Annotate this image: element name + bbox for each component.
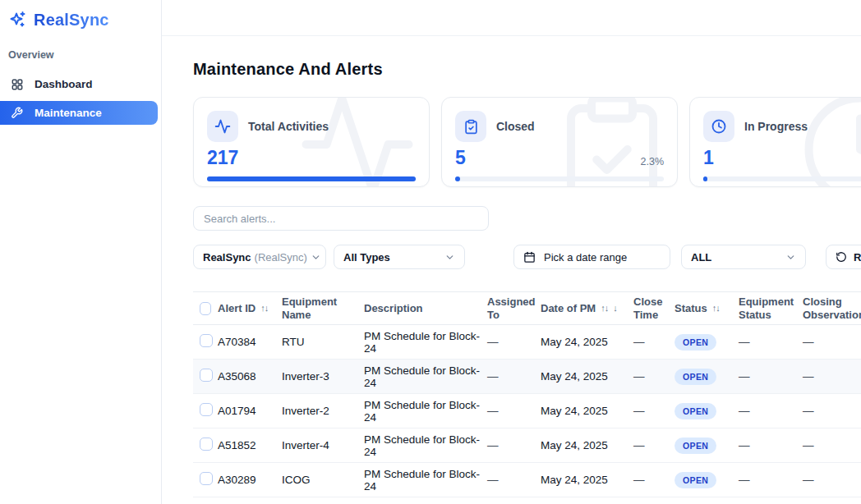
status-badge: OPEN xyxy=(675,403,716,419)
card-label: In Progress xyxy=(744,120,808,133)
reset-button[interactable]: Reset xyxy=(826,245,861,269)
cell-description: PM Schedule for Block-24 xyxy=(364,399,487,424)
card-label: Total Activities xyxy=(248,120,329,133)
select-all-checkbox[interactable] xyxy=(200,302,211,315)
cell-description: PM Schedule for Block-24 xyxy=(364,330,487,355)
cell-assigned-to: — xyxy=(487,439,541,451)
cell-equipment-name: Inverter-4 xyxy=(282,439,364,451)
progress-fill xyxy=(207,176,416,181)
sidebar-item-maintenance[interactable]: Maintenance xyxy=(0,101,158,125)
table-row[interactable]: A30289 ICOG PM Schedule for Block-24 — M… xyxy=(193,463,861,497)
card-total-activities: Total Activities 217 xyxy=(193,97,430,187)
row-checkbox[interactable] xyxy=(200,472,213,485)
card-value: 5 xyxy=(455,149,466,167)
brand: RealSync xyxy=(0,0,161,31)
col-assigned-to: Assigned To xyxy=(487,296,541,321)
col-label: Close Time xyxy=(633,296,668,321)
cell-equipment-name: ICOG xyxy=(282,474,364,486)
chevron-down-icon xyxy=(785,252,796,263)
stat-cards: Total Activities 217 xyxy=(193,97,861,187)
progress-track xyxy=(455,176,664,181)
card-value: 1 xyxy=(703,149,714,167)
cell-alert-id: A30289 xyxy=(218,474,282,486)
col-label: Equipment Name xyxy=(282,296,357,321)
cell-alert-id: A35068 xyxy=(218,370,282,383)
main-area: Maintenance And Alerts Total Activities xyxy=(162,0,861,497)
cell-closing-observation: — xyxy=(803,439,861,451)
card-value: 217 xyxy=(207,149,238,167)
sort-icon[interactable]: ↑↓ xyxy=(601,303,608,314)
cell-close-time: — xyxy=(633,405,675,417)
cell-equipment-status: — xyxy=(739,370,803,383)
table-body: A70384 RTU PM Schedule for Block-24 — Ma… xyxy=(193,325,861,497)
chevron-down-icon xyxy=(444,252,455,263)
col-label: Assigned To xyxy=(487,296,536,321)
cell-description: PM Schedule for Block-24 xyxy=(364,468,487,493)
cell-equipment-name: Inverter-3 xyxy=(282,370,364,383)
card-label: Closed xyxy=(496,120,535,133)
status-select-value: ALL xyxy=(691,251,711,263)
clock-icon xyxy=(703,111,734,142)
clipboard-check-icon xyxy=(455,111,486,142)
table-row[interactable]: A01794 Inverter-2 PM Schedule for Block-… xyxy=(193,394,861,428)
row-checkbox-cell xyxy=(193,438,218,453)
table-row[interactable]: A35068 Inverter-3 PM Schedule for Block-… xyxy=(193,360,861,394)
chevron-down-icon xyxy=(311,252,321,263)
status-badge: OPEN xyxy=(675,369,716,385)
sort-icon[interactable]: ↑↓ xyxy=(712,303,720,314)
table-header-row: Alert ID ↑↓ Equipment Name Description A… xyxy=(193,291,861,325)
status-badge: OPEN xyxy=(675,472,716,488)
wrench-icon xyxy=(11,107,24,119)
row-checkbox[interactable] xyxy=(200,403,213,416)
card-closed: Closed 5 2.3% xyxy=(441,97,678,187)
table-row[interactable]: A51852 Inverter-4 PM Schedule for Block-… xyxy=(193,428,861,463)
filter-bar: RealSync (RealSync) All Types Pick a xyxy=(193,245,861,269)
sidebar-item-dashboard[interactable]: Dashboard xyxy=(0,72,158,96)
col-alert-id: Alert ID ↑↓ xyxy=(218,302,282,314)
sidebar-section-label: Overview xyxy=(8,49,161,61)
type-select[interactable]: All Types xyxy=(334,245,465,269)
row-checkbox[interactable] xyxy=(200,438,213,451)
site-select[interactable]: RealSync (RealSync) xyxy=(193,245,326,269)
cell-closing-observation: — xyxy=(803,336,861,348)
progress-fill xyxy=(455,176,460,181)
cell-assigned-to: — xyxy=(487,474,541,486)
cell-assigned-to: — xyxy=(487,370,541,383)
brand-name: RealSync xyxy=(34,11,109,30)
alerts-table: Alert ID ↑↓ Equipment Name Description A… xyxy=(193,291,861,497)
cell-date-of-pm: May 24, 2025 xyxy=(541,336,633,348)
card-percent: 2.3% xyxy=(641,156,665,167)
cell-assigned-to: — xyxy=(487,336,541,348)
cell-closing-observation: — xyxy=(803,370,861,383)
row-checkbox-cell xyxy=(193,472,218,488)
row-checkbox[interactable] xyxy=(200,369,213,382)
progress-track xyxy=(207,176,416,181)
cell-date-of-pm: May 24, 2025 xyxy=(541,439,633,451)
cell-status: OPEN xyxy=(675,438,739,454)
status-select[interactable]: ALL xyxy=(681,245,806,269)
calendar-icon xyxy=(523,251,536,263)
cell-close-time: — xyxy=(633,336,675,348)
col-equipment-status: Equipment Status xyxy=(739,296,803,321)
date-range-button[interactable]: Pick a date range xyxy=(513,245,670,269)
search-input[interactable] xyxy=(193,206,489,231)
status-badge: OPEN xyxy=(675,334,716,351)
sidebar: RealSync Overview Dashboard Maintenance xyxy=(0,0,162,504)
row-checkbox-cell xyxy=(193,403,218,419)
row-checkbox-cell xyxy=(193,334,218,350)
sidebar-nav: Dashboard Maintenance xyxy=(0,72,161,125)
row-checkbox[interactable] xyxy=(200,334,213,347)
page-title: Maintenance And Alerts xyxy=(193,60,861,79)
reset-label: Reset xyxy=(854,251,861,263)
topbar xyxy=(162,0,861,36)
col-status: Status ↑↓ xyxy=(675,302,739,314)
cell-description: PM Schedule for Block-24 xyxy=(364,364,487,389)
status-badge: OPEN xyxy=(675,438,716,454)
table-row[interactable]: A70384 RTU PM Schedule for Block-24 — Ma… xyxy=(193,325,861,360)
cell-alert-id: A01794 xyxy=(218,405,282,417)
sidebar-item-label: Maintenance xyxy=(35,107,102,119)
grid-icon xyxy=(11,78,24,91)
sort-desc-icon[interactable]: ↓ xyxy=(613,303,617,314)
header-checkbox-cell xyxy=(193,302,218,315)
sort-icon[interactable]: ↑↓ xyxy=(260,303,268,314)
